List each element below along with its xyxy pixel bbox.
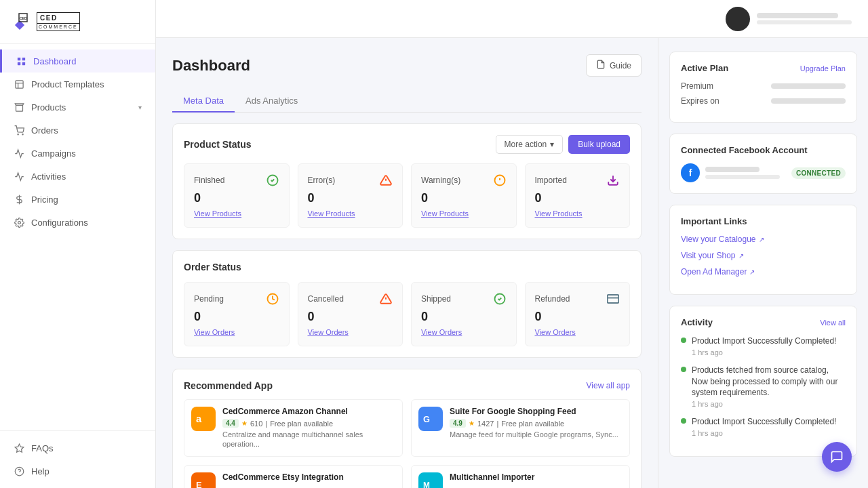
- activity-item-2: Products fetched from source catalog, No…: [681, 365, 846, 408]
- chat-button[interactable]: [822, 442, 852, 472]
- active-plan-title: Active Plan: [681, 63, 728, 73]
- sidebar-item-activities[interactable]: Activities: [0, 165, 155, 188]
- google-app-desc: Manage feed for multiple Google programs…: [450, 430, 623, 439]
- recommended-apps-header: Recommended App View all app: [184, 380, 630, 391]
- connected-fb-header: Connected Facebook Account: [681, 145, 846, 155]
- order-status-card: Order Status Pending 0 Vi: [172, 250, 642, 358]
- finished-label: Finished: [194, 176, 224, 185]
- google-star-icon: ★: [469, 420, 475, 427]
- pricing-icon: [14, 194, 24, 205]
- product-status-warnings: Warning(s) 0 View Products: [411, 163, 517, 228]
- sidebar-bottom: FAQs Help: [0, 430, 155, 488]
- activity-dot-3: [681, 418, 686, 424]
- user-area: [726, 7, 852, 31]
- pending-label: Pending: [194, 294, 224, 304]
- sidebar-item-campaigns-label: Campaigns: [31, 148, 142, 159]
- warnings-view-link[interactable]: View Products: [421, 209, 507, 218]
- active-plan-header: Active Plan Upgrade Plan: [681, 63, 846, 73]
- svg-rect-6: [22, 62, 24, 64]
- cancelled-label: Cancelled: [308, 294, 344, 304]
- svg-rect-5: [17, 62, 20, 64]
- product-templates-icon: [14, 79, 24, 89]
- view-all-activity-link[interactable]: View all: [820, 319, 846, 327]
- activity-item-1: Product Import Successfully Completed! 1…: [681, 336, 846, 357]
- amazon-rating-badge: 4.4: [222, 419, 239, 428]
- sidebar-item-faqs[interactable]: FAQs: [0, 436, 155, 460]
- activities-icon: [14, 171, 24, 182]
- sidebar-item-dashboard[interactable]: Dashboard: [0, 49, 155, 73]
- sidebar-item-help-label: Help: [31, 466, 142, 476]
- ad-manager-link[interactable]: Open Ad Manager ↗: [681, 267, 846, 277]
- shop-link-label: Visit your Shop: [681, 251, 736, 260]
- dashboard-tabs: Meta Data Ads Analytics: [172, 90, 642, 113]
- link-catalogue: View your Catalogue ↗: [681, 235, 846, 244]
- finished-view-link[interactable]: View Products: [194, 209, 279, 218]
- product-status-card: Product Status More action ▾ Bulk upload: [172, 123, 642, 239]
- help-icon: [14, 466, 24, 476]
- products-icon: [14, 102, 24, 113]
- svg-text:CED: CED: [20, 16, 27, 20]
- faqs-icon: [14, 443, 24, 453]
- svg-point-11: [18, 134, 18, 134]
- svg-rect-10: [16, 105, 22, 111]
- errors-count: 0: [308, 191, 393, 205]
- product-status-errors: Error(s) 0 View Products: [298, 163, 403, 228]
- upgrade-plan-link[interactable]: Upgrade Plan: [800, 64, 846, 73]
- logo-icon: CED: [14, 12, 33, 31]
- svg-text:a: a: [196, 413, 202, 424]
- catalogue-link[interactable]: View your Catalogue ↗: [681, 235, 846, 244]
- sidebar-item-campaigns[interactable]: Campaigns: [0, 142, 155, 165]
- finished-count: 0: [194, 191, 279, 205]
- sidebar-item-products[interactable]: Products ▾: [0, 96, 155, 119]
- app-item-etsy: E CedCommerce Etsy Integration: [184, 465, 403, 488]
- activity-text-3: Product Import Successfully Completed!: [692, 416, 836, 428]
- multi-app-info: Multichannel Importer: [450, 472, 623, 485]
- amazon-app-desc: Centralize and manage multichannel sales…: [222, 430, 395, 449]
- catalogue-link-label: View your Catalogue: [681, 235, 756, 244]
- more-action-button[interactable]: More action ▾: [496, 135, 564, 154]
- errors-view-link[interactable]: View Products: [308, 209, 393, 218]
- imported-view-link[interactable]: View Products: [535, 209, 620, 218]
- plan-expires-row: Expires on: [681, 96, 846, 106]
- recommended-apps-title: Recommended App: [184, 380, 273, 391]
- shop-link[interactable]: Visit your Shop ↗: [681, 251, 846, 260]
- guide-button-label: Guide: [610, 61, 631, 70]
- activity-time-2: 1 hrs ago: [692, 400, 846, 408]
- google-rating-badge: 4.9: [450, 419, 466, 428]
- sidebar-item-product-templates[interactable]: Product Templates: [0, 73, 155, 96]
- sidebar-item-configurations[interactable]: Configurations: [0, 211, 155, 234]
- tab-meta-data[interactable]: Meta Data: [172, 90, 235, 113]
- google-app-name: Suite For Google Shopping Feed: [450, 407, 623, 416]
- activity-section: Activity View all Product Import Success…: [669, 306, 857, 457]
- errors-icon: [379, 174, 393, 187]
- sidebar-item-faqs-label: FAQs: [31, 443, 142, 453]
- etsy-app-icon: E: [191, 472, 216, 488]
- view-all-apps-link[interactable]: View all app: [587, 381, 631, 390]
- guide-button[interactable]: Guide: [586, 54, 642, 77]
- bulk-upload-button[interactable]: Bulk upload: [568, 135, 630, 154]
- link-shop: Visit your Shop ↗: [681, 251, 846, 260]
- sidebar-item-pricing[interactable]: Pricing: [0, 188, 155, 211]
- apps-grid: a CedCommerce Amazon Channel 4.4 ★ 610 |…: [184, 399, 630, 488]
- tab-ads-analytics[interactable]: Ads Analytics: [235, 90, 309, 113]
- pending-view-link[interactable]: View Orders: [194, 328, 279, 336]
- premium-label: Premium: [681, 81, 713, 91]
- imported-label: Imported: [535, 176, 567, 185]
- sidebar-item-orders[interactable]: Orders: [0, 119, 155, 142]
- premium-value-bar: [771, 83, 846, 89]
- sidebar-item-help[interactable]: Help: [0, 460, 155, 483]
- recommended-apps-card: Recommended App View all app a CedCommer…: [172, 369, 642, 488]
- header: [156, 0, 868, 38]
- product-status-actions: More action ▾ Bulk upload: [496, 135, 630, 154]
- important-links-header: Important Links: [681, 216, 846, 226]
- campaigns-icon: [14, 148, 24, 159]
- multi-app-name: Multichannel Importer: [450, 472, 623, 482]
- cancelled-view-link[interactable]: View Orders: [308, 328, 393, 336]
- shipped-view-link[interactable]: View Orders: [421, 328, 507, 336]
- sidebar: CED CED COMMERCE Dashboard Produc: [0, 0, 156, 488]
- link-ad-manager: Open Ad Manager ↗: [681, 267, 846, 277]
- more-action-chevron-icon: ▾: [550, 140, 554, 149]
- product-status-title: Product Status: [184, 139, 252, 150]
- svg-marker-15: [15, 444, 24, 452]
- refunded-view-link[interactable]: View Orders: [535, 328, 620, 336]
